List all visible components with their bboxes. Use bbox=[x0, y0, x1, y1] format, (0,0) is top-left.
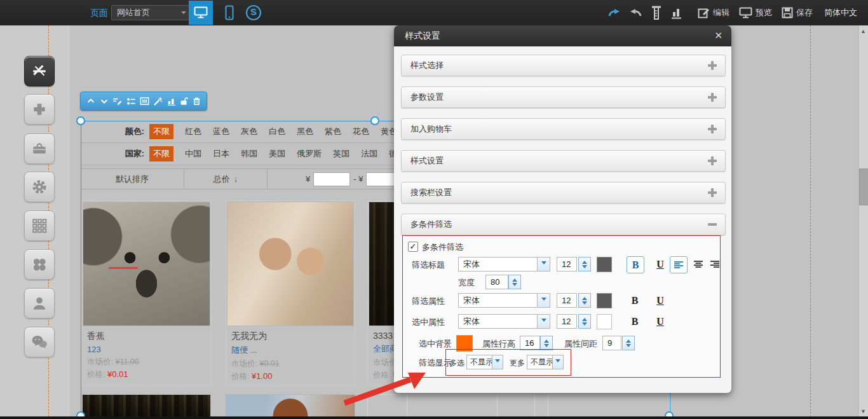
move-up-icon[interactable] bbox=[86, 97, 95, 106]
selected-attr-size-input[interactable]: 12 bbox=[557, 314, 577, 329]
page-select-value: 网站首页 bbox=[117, 8, 150, 17]
chevron-down-icon[interactable] bbox=[492, 355, 503, 369]
selection-handle-top-left[interactable] bbox=[76, 116, 85, 125]
scroll-up-arrow[interactable]: ▲ bbox=[858, 27, 868, 36]
sliders-icon[interactable] bbox=[140, 97, 149, 106]
sidebar-item-settings[interactable] bbox=[24, 172, 55, 202]
underline-button[interactable]: U bbox=[652, 256, 668, 272]
underline-button[interactable]: U bbox=[652, 313, 668, 329]
sidebar-item-wechat[interactable] bbox=[24, 327, 55, 357]
magic-wand-icon[interactable] bbox=[153, 97, 163, 106]
panel-header[interactable]: 样式设置 ✕ bbox=[394, 25, 731, 46]
width-input[interactable]: 80 bbox=[485, 275, 508, 289]
selection-handle-top-middle[interactable] bbox=[370, 116, 379, 125]
attr-spacing-spinner[interactable] bbox=[622, 336, 635, 350]
accordion-search-bar[interactable]: 搜索栏设置 bbox=[401, 182, 726, 203]
filter-attr-color-swatch[interactable] bbox=[597, 293, 612, 308]
save-floppy-icon bbox=[782, 7, 793, 18]
accordion-multi-filter[interactable]: 多条件筛选 bbox=[401, 214, 726, 235]
chevron-down-icon[interactable] bbox=[537, 315, 550, 328]
sidebar-item-apps-grid[interactable] bbox=[24, 210, 55, 241]
selected-attr-color-swatch[interactable] bbox=[597, 314, 612, 329]
language-switch[interactable]: 简体中文 bbox=[824, 0, 857, 25]
accordion-add-to-cart[interactable]: 加入购物车 bbox=[401, 118, 726, 140]
multi-select-dropdown[interactable]: 不显示 bbox=[466, 355, 503, 369]
close-icon[interactable]: ✕ bbox=[714, 31, 722, 41]
sidebar-item-widgets[interactable] bbox=[24, 249, 55, 280]
chevron-down-icon[interactable] bbox=[537, 258, 550, 271]
page-label: 页面 bbox=[90, 0, 108, 25]
bold-button[interactable]: B bbox=[627, 292, 643, 308]
align-center-button[interactable] bbox=[690, 256, 707, 272]
scrollbar-thumb[interactable] bbox=[859, 168, 868, 205]
save-button[interactable]: 保存 bbox=[782, 0, 813, 25]
move-down-icon[interactable] bbox=[100, 97, 109, 106]
plus-icon[interactable] bbox=[707, 92, 717, 102]
redo-button[interactable] bbox=[629, 0, 643, 25]
stats-icon[interactable] bbox=[167, 97, 176, 106]
edit-button[interactable]: 编辑 bbox=[698, 0, 729, 25]
accordion-label: 加入购物车 bbox=[410, 123, 452, 135]
filter-attr-font-select[interactable]: 宋体 bbox=[458, 293, 550, 308]
filter-title-color-swatch[interactable] bbox=[597, 257, 612, 272]
mobile-view-button[interactable] bbox=[217, 1, 241, 25]
attr-line-height-input[interactable]: 16 bbox=[520, 336, 540, 350]
undo-button[interactable] bbox=[607, 0, 621, 25]
link-settings-button[interactable] bbox=[241, 1, 266, 25]
lock-open-icon[interactable] bbox=[180, 97, 188, 106]
attr-spacing-input[interactable]: 9 bbox=[602, 336, 621, 350]
align-right-button[interactable] bbox=[707, 256, 723, 272]
mobile-phone-icon bbox=[225, 5, 234, 20]
sidebar-item-add-module[interactable] bbox=[24, 94, 55, 125]
desktop-monitor-icon bbox=[194, 6, 208, 19]
desktop-view-button[interactable] bbox=[189, 1, 213, 25]
align-left-button-active[interactable] bbox=[670, 256, 688, 273]
filter-attr-size-input[interactable]: 12 bbox=[557, 293, 577, 308]
preview-button[interactable]: 预览 bbox=[739, 0, 772, 25]
design-tools-icon bbox=[31, 63, 48, 79]
module-mini-toolbar bbox=[80, 92, 207, 111]
more-dropdown[interactable]: 不显示 bbox=[527, 355, 564, 369]
sidebar-item-toolbox[interactable] bbox=[24, 134, 55, 164]
selected-attr-font-select[interactable]: 宋体 bbox=[458, 314, 550, 329]
filter-title-label: 筛选标题 bbox=[412, 259, 445, 271]
edit-content-icon[interactable] bbox=[112, 97, 122, 106]
page-scrollbar[interactable] bbox=[858, 25, 868, 416]
accordion-label: 搜索栏设置 bbox=[410, 187, 452, 198]
bold-button[interactable]: B bbox=[627, 313, 643, 329]
plus-icon[interactable] bbox=[707, 124, 717, 134]
accordion-style-settings[interactable]: 样式设置 bbox=[401, 150, 726, 172]
plus-icon[interactable] bbox=[707, 188, 717, 198]
plus-icon[interactable] bbox=[707, 156, 717, 166]
website-builder-app: 页面 网站首页 bbox=[0, 0, 868, 419]
plus-icon[interactable] bbox=[707, 60, 717, 71]
page-select[interactable]: 网站首页 bbox=[111, 5, 190, 20]
width-spinner[interactable] bbox=[508, 275, 521, 289]
filter-attr-size-spinner[interactable] bbox=[578, 293, 591, 308]
accordion-label: 样式选择 bbox=[410, 60, 444, 71]
selected-attr-size-spinner[interactable] bbox=[578, 314, 591, 329]
chevron-down-icon[interactable] bbox=[537, 294, 550, 307]
ruler-button[interactable] bbox=[651, 0, 662, 25]
bold-button-active[interactable]: B bbox=[627, 256, 644, 273]
accordion-parameters[interactable]: 参数设置 bbox=[401, 86, 726, 108]
filter-title-size-input[interactable]: 12 bbox=[557, 257, 577, 271]
sidebar-item-design-tools[interactable] bbox=[24, 56, 55, 86]
bar-chart-icon bbox=[671, 6, 682, 19]
scroll-down-arrow[interactable]: ▼ bbox=[858, 407, 868, 416]
multi-filter-checkbox[interactable]: ✓ bbox=[408, 242, 418, 252]
wechat-bubbles-icon bbox=[31, 334, 48, 350]
list-style-icon[interactable] bbox=[126, 97, 136, 106]
filter-title-size-spinner[interactable] bbox=[578, 257, 591, 271]
align-right-icon bbox=[710, 260, 720, 269]
underline-button[interactable]: U bbox=[652, 292, 668, 308]
trash-icon[interactable] bbox=[193, 97, 201, 106]
toolbox-icon bbox=[31, 141, 48, 157]
filter-title-font-select[interactable]: 宋体 bbox=[458, 257, 550, 271]
stats-button[interactable] bbox=[671, 0, 682, 25]
accordion-style-select[interactable]: 样式选择 bbox=[401, 55, 726, 76]
chevron-down-icon[interactable] bbox=[552, 355, 563, 369]
sidebar-item-members[interactable] bbox=[24, 288, 55, 319]
attr-line-height-spinner[interactable] bbox=[540, 336, 553, 350]
minus-icon[interactable] bbox=[707, 219, 717, 230]
